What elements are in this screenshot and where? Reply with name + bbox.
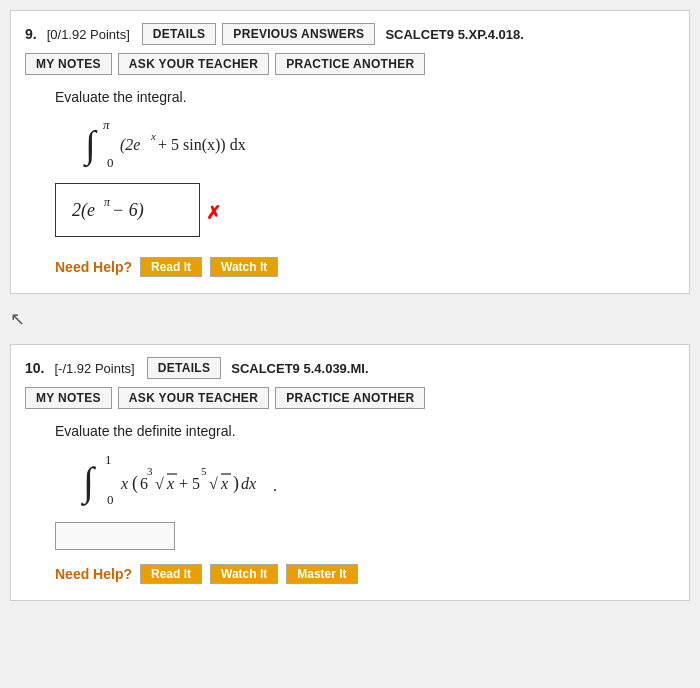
- wrong-mark-9: ✗: [206, 202, 221, 224]
- integral-svg-9: ∫ π 0 (2e x + 5 sin(x)) dx: [75, 115, 315, 170]
- svg-text:+ 5: + 5: [179, 475, 200, 492]
- svg-text:x: x: [150, 130, 156, 142]
- svg-text:1: 1: [105, 452, 112, 467]
- scalcet-label-10: SCALCET9 5.4.039.MI.: [231, 361, 368, 376]
- svg-text:x: x: [220, 475, 228, 492]
- svg-text:.: .: [273, 477, 277, 494]
- question-10-block: 10. [-/1.92 Points] DETAILS SCALCET9 5.4…: [10, 344, 690, 601]
- question-10-need-help: Need Help? Read It Watch It Master It: [55, 564, 675, 584]
- svg-text:dx: dx: [241, 475, 256, 492]
- question-9-body: Evaluate the integral. ∫ π 0 (2e x + 5 s…: [25, 89, 675, 277]
- cursor-icon: ↖: [10, 309, 25, 329]
- svg-text:π: π: [104, 195, 111, 209]
- svg-text:− 6): − 6): [112, 200, 144, 221]
- question-10-integral: ∫ 1 0 x ( 6 3 √ x + 5 5 √: [75, 449, 675, 512]
- scalcet-label-9: SCALCET9 5.XP.4.018.: [385, 27, 524, 42]
- svg-text:x: x: [120, 475, 128, 492]
- svg-text:+ 5 sin(x)) dx: + 5 sin(x)) dx: [158, 136, 246, 154]
- question-10-second-bar: MY NOTES ASK YOUR TEACHER PRACTICE ANOTH…: [25, 387, 675, 409]
- svg-text:∫: ∫: [83, 123, 98, 168]
- ask-teacher-button-9[interactable]: ASK YOUR TEACHER: [118, 53, 269, 75]
- question-9-answer-box: 2(e π − 6): [55, 183, 200, 237]
- svg-text:√: √: [155, 475, 164, 492]
- svg-text:(: (: [132, 473, 138, 494]
- details-button-9[interactable]: DETAILS: [142, 23, 217, 45]
- my-notes-button-9[interactable]: MY NOTES: [25, 53, 112, 75]
- question-9-integral: ∫ π 0 (2e x + 5 sin(x)) dx: [75, 115, 675, 173]
- question-10-body: Evaluate the definite integral. ∫ 1 0 x …: [25, 423, 675, 584]
- watch-it-button-9[interactable]: Watch It: [210, 257, 278, 277]
- master-it-button-10[interactable]: Master It: [286, 564, 357, 584]
- my-notes-button-10[interactable]: MY NOTES: [25, 387, 112, 409]
- question-10-points: [-/1.92 Points]: [54, 361, 134, 376]
- svg-text:∫: ∫: [80, 459, 97, 506]
- svg-text:(2e: (2e: [120, 136, 140, 154]
- need-help-label-9: Need Help?: [55, 259, 132, 275]
- question-9-need-help: Need Help? Read It Watch It: [55, 257, 675, 277]
- svg-text:2(e: 2(e: [72, 200, 95, 221]
- question-9-block: 9. [0/1.92 Points] DETAILS PREVIOUS ANSW…: [10, 10, 690, 294]
- answer-math-svg: 2(e π − 6): [70, 190, 185, 225]
- question-9-second-bar: MY NOTES ASK YOUR TEACHER PRACTICE ANOTH…: [25, 53, 675, 75]
- need-help-label-10: Need Help?: [55, 566, 132, 582]
- read-it-button-10[interactable]: Read It: [140, 564, 202, 584]
- svg-text:√: √: [209, 475, 218, 492]
- between-questions-area: ↖: [0, 304, 700, 334]
- question-9-number: 9.: [25, 26, 37, 42]
- question-10-answer-input[interactable]: [55, 522, 175, 550]
- integral-svg-10: ∫ 1 0 x ( 6 3 √ x + 5 5 √: [75, 449, 365, 509]
- question-9-answer-row: 2(e π − 6) ✗: [55, 183, 675, 243]
- question-9-top-bar: 9. [0/1.92 Points] DETAILS PREVIOUS ANSW…: [25, 23, 675, 45]
- practice-another-button-9[interactable]: PRACTICE ANOTHER: [275, 53, 425, 75]
- svg-text:3: 3: [147, 465, 153, 477]
- question-10-body-text: Evaluate the definite integral.: [55, 423, 675, 439]
- question-10-number: 10.: [25, 360, 44, 376]
- svg-text:0: 0: [107, 492, 114, 507]
- svg-text:): ): [233, 473, 239, 494]
- practice-another-button-10[interactable]: PRACTICE ANOTHER: [275, 387, 425, 409]
- watch-it-button-10[interactable]: Watch It: [210, 564, 278, 584]
- question-10-top-bar: 10. [-/1.92 Points] DETAILS SCALCET9 5.4…: [25, 357, 675, 379]
- details-button-10[interactable]: DETAILS: [147, 357, 222, 379]
- ask-teacher-button-10[interactable]: ASK YOUR TEACHER: [118, 387, 269, 409]
- svg-text:6: 6: [140, 475, 148, 492]
- read-it-button-9[interactable]: Read It: [140, 257, 202, 277]
- svg-text:0: 0: [107, 155, 114, 170]
- svg-text:π: π: [103, 117, 110, 132]
- svg-text:5: 5: [201, 465, 207, 477]
- question-9-body-text: Evaluate the integral.: [55, 89, 675, 105]
- svg-text:x: x: [166, 475, 174, 492]
- previous-answers-button-9[interactable]: PREVIOUS ANSWERS: [222, 23, 375, 45]
- question-9-points: [0/1.92 Points]: [47, 27, 130, 42]
